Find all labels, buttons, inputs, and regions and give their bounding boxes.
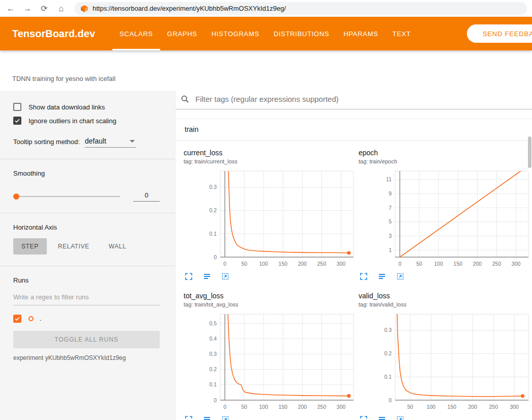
expand-chart-icon[interactable] <box>360 272 368 281</box>
train-section-card: train current_loss tag: train/current_lo… <box>175 119 532 420</box>
tab-text[interactable]: TEXT <box>386 17 418 50</box>
chart-title: valid_loss <box>359 292 529 300</box>
ignore-outliers-label: Ignore outliers in chart scaling <box>28 117 116 125</box>
smoothing-slider[interactable] <box>13 196 120 197</box>
svg-text:0: 0 <box>214 397 217 403</box>
svg-text:0.4: 0.4 <box>209 335 217 342</box>
expand-chart-icon[interactable] <box>185 415 193 420</box>
svg-text:0: 0 <box>398 261 401 267</box>
tab-histograms[interactable]: HISTOGRAMS <box>204 17 267 50</box>
line-chart-tot-avg-loss[interactable]: 00.10.20.30.40.5050100150200250300 <box>184 312 354 413</box>
show-download-links-checkbox[interactable] <box>13 103 21 111</box>
browser-home-icon[interactable]: ⌂ <box>56 5 66 13</box>
chart-toolbar <box>184 415 354 420</box>
chevron-down-icon <box>130 140 135 143</box>
tag-filter-input[interactable] <box>194 94 532 104</box>
tab-hparams[interactable]: HPARAMS <box>336 17 385 50</box>
chart-toolbar <box>359 415 529 420</box>
svg-text:300: 300 <box>510 404 519 410</box>
svg-text:250: 250 <box>317 261 327 267</box>
svg-text:300: 300 <box>512 261 521 267</box>
train-section-header[interactable]: train <box>175 119 532 141</box>
horizontal-axis-buttons: STEP RELATIVE WALL <box>13 238 160 255</box>
svg-text:250: 250 <box>489 404 498 410</box>
chart-lines-icon[interactable] <box>203 272 211 281</box>
fit-domain-icon[interactable] <box>221 415 229 420</box>
svg-text:0.2: 0.2 <box>209 207 217 213</box>
svg-text:0.5: 0.5 <box>209 320 217 326</box>
fit-domain-icon[interactable] <box>396 272 404 281</box>
chart-card-tot-avg-loss: tot_avg_loss tag: train/tot_avg_loss 00.… <box>184 292 354 420</box>
ignore-outliers-checkbox[interactable] <box>13 117 21 125</box>
main-nav: SCALARS GRAPHS HISTOGRAMS DISTRIBUTIONS … <box>112 17 418 50</box>
tab-scalars[interactable]: SCALARS <box>112 17 160 50</box>
expand-chart-icon[interactable] <box>185 272 193 281</box>
svg-text:0.1: 0.1 <box>209 231 217 237</box>
svg-text:0: 0 <box>223 261 226 267</box>
run-list-item[interactable]: . <box>13 315 160 323</box>
svg-text:7: 7 <box>389 205 392 211</box>
address-bar[interactable]: https://tensorboard.dev/experiment/yKUbh… <box>74 2 527 15</box>
svg-text:250: 250 <box>492 261 501 267</box>
svg-text:150: 150 <box>279 261 288 267</box>
chart-card-current-loss: current_loss tag: train/current_loss 00.… <box>184 149 354 281</box>
svg-text:150: 150 <box>448 404 457 410</box>
svg-text:100: 100 <box>259 261 269 267</box>
divider <box>0 213 175 213</box>
chart-toolbar <box>184 272 354 281</box>
line-chart-valid-loss[interactable]: 00.10.20.350100150200250300 <box>359 312 529 413</box>
chart-lines-icon[interactable] <box>378 415 386 420</box>
svg-text:300: 300 <box>337 404 346 410</box>
experiment-title: TDNN training for yesno with icefall <box>12 75 115 82</box>
tooltip-sorting-dropdown[interactable]: default <box>85 137 136 148</box>
fit-domain-icon[interactable] <box>221 272 229 281</box>
line-chart-current-loss[interactable]: 00.10.20.3050100150200250300 <box>184 169 354 270</box>
vertical-scrollbar-thumb[interactable] <box>528 136 531 168</box>
svg-text:250: 250 <box>317 404 327 410</box>
tab-distributions[interactable]: DISTRIBUTIONS <box>267 17 337 50</box>
tab-graphs[interactable]: GRAPHS <box>160 17 204 50</box>
svg-text:11: 11 <box>386 176 392 182</box>
svg-text:150: 150 <box>454 261 463 267</box>
divider <box>0 266 175 266</box>
smoothing-label: Smoothing <box>13 170 160 177</box>
search-icon <box>181 95 189 103</box>
svg-text:300: 300 <box>337 261 346 267</box>
svg-text:5: 5 <box>389 218 392 225</box>
chart-lines-icon[interactable] <box>378 272 386 281</box>
svg-text:0.3: 0.3 <box>209 184 217 190</box>
browser-refresh-icon[interactable]: ⟳ <box>40 5 49 13</box>
expand-chart-icon[interactable] <box>360 415 368 420</box>
svg-text:0: 0 <box>223 404 226 410</box>
app-header: TensorBoard.dev SCALARS GRAPHS HISTOGRAM… <box>0 17 532 50</box>
svg-text:0.1: 0.1 <box>209 381 217 387</box>
chart-tag: tag: train/valid_loss <box>359 301 529 307</box>
browser-back-icon[interactable]: ← <box>6 5 15 13</box>
chart-title: tot_avg_loss <box>184 292 354 300</box>
send-feedback-button[interactable]: SEND FEEDBACK <box>467 24 532 43</box>
runs-filter-input[interactable] <box>13 293 160 305</box>
show-download-links-option[interactable]: Show data download links <box>13 103 160 111</box>
browser-forward-icon[interactable]: → <box>23 5 32 13</box>
chart-tag: tag: train/current_loss <box>184 158 354 164</box>
charts-grid: current_loss tag: train/current_loss 00.… <box>175 141 532 420</box>
svg-text:3: 3 <box>389 233 392 239</box>
svg-text:50: 50 <box>241 261 247 267</box>
horizontal-axis-label: Horizontal Axis <box>13 223 160 231</box>
tensorboard-logo: TensorBoard.dev <box>12 28 95 40</box>
chart-lines-icon[interactable] <box>203 415 211 420</box>
run-visibility-checkbox[interactable] <box>13 315 21 323</box>
smoothing-value-field[interactable]: 0 <box>133 191 160 202</box>
axis-relative-button[interactable]: RELATIVE <box>50 238 98 255</box>
axis-wall-button[interactable]: WALL <box>101 238 135 255</box>
smoothing-slider-thumb[interactable] <box>13 193 19 200</box>
svg-text:200: 200 <box>468 404 478 410</box>
tag-filter-row <box>175 91 532 109</box>
toggle-all-runs-button[interactable]: TOGGLE ALL RUNS <box>13 331 160 348</box>
ignore-outliers-option[interactable]: Ignore outliers in chart scaling <box>13 117 160 125</box>
axis-step-button[interactable]: STEP <box>13 238 47 255</box>
fit-domain-icon[interactable] <box>396 415 404 420</box>
line-chart-epoch[interactable]: 1357911050100150200250300 <box>359 169 529 270</box>
runs-label: Runs <box>13 276 160 284</box>
chart-title: epoch <box>359 149 529 157</box>
